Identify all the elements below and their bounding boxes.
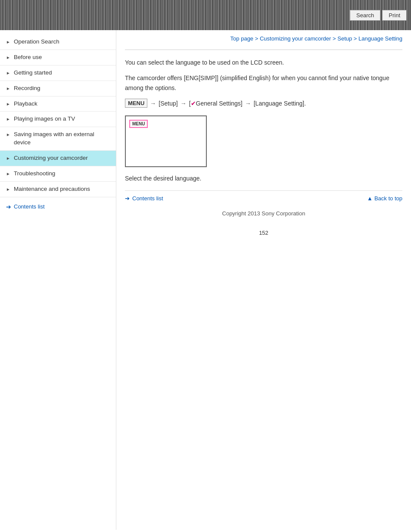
select-language-text: Select the desired language. [125,175,402,182]
sidebar-item-recording[interactable]: ► Recording [0,81,116,96]
triangle-up-icon: ▲ [367,195,373,202]
copyright-text: Copyright 2013 Sony Corporation [125,210,402,217]
sidebar-item-saving-images[interactable]: ► Saving images with an external device [0,127,116,151]
header-buttons: Search Print [350,10,407,21]
sidebar-item-playing-images[interactable]: ► Playing images on a TV [0,112,116,127]
sidebar-item-maintenance[interactable]: ► Maintenance and precautions [0,182,116,197]
camera-illustration: MENU [125,115,207,167]
search-button[interactable]: Search [350,10,380,21]
sidebar-item-label: Troubleshooting [14,170,112,178]
chevron-right-icon: ► [6,86,10,92]
arrow-right-icon: ➔ [125,195,130,202]
sidebar-item-label: Before use [14,53,112,62]
menu-setup-text: [Setup] [159,100,177,107]
sidebar-item-troubleshooting[interactable]: ► Troubleshooting [0,166,116,182]
header-bar: Search Print [0,0,411,30]
menu-path-row: MENU → [Setup] → [✔General Settings] → [… [125,99,402,108]
sidebar-item-label: Operation Search [14,38,112,46]
sidebar-item-label: Saving images with an external device [14,131,112,147]
chevron-right-icon: ► [6,171,10,177]
chevron-right-icon: ► [6,55,10,61]
breadcrumb-sep2: > [333,35,337,42]
print-button[interactable]: Print [382,10,407,21]
breadcrumb-sep1: > [255,35,260,42]
chevron-right-icon: ► [6,156,10,162]
wrench-icon: ✔ [191,100,196,107]
menu-general-text: [✔General Settings] [189,100,243,107]
menu-arrow-3: → [245,100,251,107]
content-divider [125,50,402,50]
content-footer: ➔ Contents list ▲ Back to top [125,190,402,202]
chevron-right-icon: ► [6,101,10,107]
menu-button-image: MENU [129,120,148,128]
content-area: Top page > Customizing your camcorder > … [116,30,411,530]
arrow-right-icon: ➔ [6,203,11,210]
sidebar-item-label: Getting started [14,69,112,77]
sidebar-item-label: Maintenance and precautions [14,185,112,193]
breadcrumb-top-page[interactable]: Top page [230,35,254,42]
breadcrumb-sep3: > [354,35,358,42]
content-paragraph2: The camcorder offers [ENG[SIMP]] (simpli… [125,73,402,93]
sidebar-item-customizing[interactable]: ► Customizing your camcorder [0,151,116,166]
chevron-right-icon: ► [6,70,10,76]
breadcrumb-language-setting: Language Setting [358,35,402,42]
contents-list-label: Contents list [14,203,45,210]
sidebar-item-playback[interactable]: ► Playback [0,96,116,112]
back-to-top-label: Back to top [374,195,402,202]
menu-language-text: [Language Setting]. [254,100,306,107]
contents-list-footer-label: Contents list [132,195,163,202]
menu-arrow-1: → [150,100,156,107]
sidebar-item-label: Playback [14,100,112,108]
sidebar-item-getting-started[interactable]: ► Getting started [0,65,116,81]
breadcrumb: Top page > Customizing your camcorder > … [125,30,402,46]
main-layout: ► Operation Search ► Before use ► Gettin… [0,30,411,530]
sidebar-item-operation-search[interactable]: ► Operation Search [0,34,116,50]
back-to-top-link[interactable]: ▲ Back to top [367,195,402,202]
sidebar-item-label: Recording [14,84,112,93]
chevron-right-icon: ► [6,132,10,138]
sidebar: ► Operation Search ► Before use ► Gettin… [0,30,116,530]
sidebar-item-label: Playing images on a TV [14,115,112,123]
contents-list-link[interactable]: ➔ Contents list [0,199,116,215]
menu-arrow-2: → [181,100,187,107]
contents-list-footer-link[interactable]: ➔ Contents list [125,195,163,202]
content-paragraph1: You can select the language to be used o… [125,58,402,67]
breadcrumb-customizing[interactable]: Customizing your camcorder [260,35,331,42]
sidebar-item-before-use[interactable]: ► Before use [0,50,116,65]
breadcrumb-setup[interactable]: Setup [337,35,352,42]
menu-key-label: MENU [125,99,147,108]
page-number: 152 [125,230,402,236]
chevron-right-icon: ► [6,187,10,193]
sidebar-item-label: Customizing your camcorder [14,154,112,162]
chevron-right-icon: ► [6,39,10,45]
chevron-right-icon: ► [6,116,10,122]
